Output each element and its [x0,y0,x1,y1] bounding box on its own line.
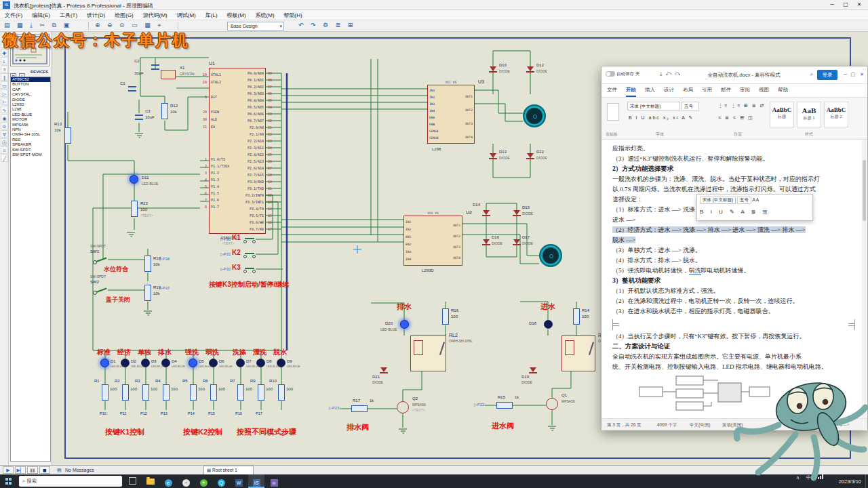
taskbar-file-explorer[interactable] [142,474,159,488]
tab-layout[interactable]: 布局 [683,87,693,94]
tab-review[interactable]: 审阅 [740,87,750,94]
taskbar-proteus-active[interactable]: IS [248,474,264,488]
mini-grow-shrink-font[interactable]: A A [752,197,759,202]
step-button[interactable]: ▶▏ [15,466,26,474]
device-item[interactable]: CAP [11,87,50,92]
menu-edit[interactable]: 编辑(E) [27,10,55,20]
menu-debug[interactable]: 调试(M) [172,10,201,20]
word-restore-button[interactable]: ▢ [850,72,855,77]
menu-graph[interactable]: 绘图(G) [110,10,138,20]
tab-help[interactable]: 帮助 [778,87,788,94]
taskbar-chrome-browser[interactable]: ◔ [178,474,194,488]
taskbar-word[interactable]: W [231,474,247,488]
component-r12[interactable] [161,103,168,119]
device-item[interactable]: SW-SPST-MOM [11,152,50,157]
word-count[interactable]: 4069 个字 [657,422,677,428]
minimize-button[interactable]: ─ [826,1,838,7]
component-sw1[interactable] [93,256,108,264]
component-r2[interactable] [122,384,129,401]
device-item[interactable]: MPSA56 [11,123,50,127]
component-k3[interactable] [243,266,256,272]
quick-access-toolbar[interactable]: ⤓↶↷ [660,70,684,77]
save-icon[interactable]: ⤓ [660,70,666,77]
component-rl2-relay[interactable] [410,336,446,371]
component-c3[interactable] [135,115,143,120]
menu-source[interactable]: 源代码(M) [138,10,172,20]
start-button[interactable] [5,478,12,485]
component-d19[interactable] [529,367,537,374]
device-item[interactable]: OMIH-SH-105L [11,132,50,137]
font-size-box[interactable]: 五号 [682,102,699,110]
paragraph-icons-row1[interactable]: ⋮≡ ⋮≡ ⊞ ≣ ⇄ [718,103,766,108]
component-sw2[interactable] [93,286,108,294]
component-d13[interactable] [489,152,497,160]
virtual-instrument-icon[interactable]: ⌑ [1,146,8,154]
device-pin-icon[interactable]: ⊢ [1,98,8,105]
component-r6[interactable] [210,384,217,401]
component-c1[interactable] [128,86,136,92]
component-d18-led[interactable] [544,320,553,329]
generator-mode-icon[interactable]: ⊙ [1,122,8,129]
menu-system[interactable]: 系统(M) [251,10,279,20]
taskbar-wechat[interactable]: ✦ [195,474,212,488]
sheet-tab[interactable]: ▤ Root sheet 1 [203,466,254,474]
component-r7[interactable] [237,384,244,401]
menu-tools[interactable]: 工具(T) [55,10,82,20]
device-item[interactable]: SW-SPDT [11,148,50,152]
device-item[interactable]: DIODE [11,98,50,102]
graph-mode-icon[interactable]: ∿ [1,106,8,113]
language-indicator[interactable]: 中文(中国) [690,422,710,428]
tab-references[interactable]: 引用 [702,87,712,94]
subcircuit-icon[interactable]: ▭ [1,81,8,89]
device-item[interactable]: AT89C52 [11,77,50,82]
component-r15[interactable] [496,402,513,409]
font-format-icons[interactable]: B I U abc x₂ x² A ✎ [629,115,694,121]
maximize-button[interactable]: ▢ [840,1,852,7]
bus-mode-icon[interactable]: ∥ [1,73,8,81]
component-d11-led[interactable] [130,175,138,184]
component-r4[interactable] [163,384,170,401]
menu-help[interactable]: 帮助(H) [279,10,307,20]
toolbar-edit-icons[interactable]: ↶ ↷ ⚙ ≣ ⊞ [298,22,355,28]
style-chip-2[interactable]: AaB标题 1 [797,102,821,127]
paragraph-icons-row2[interactable]: ≡ ≣ ≡ ☰ ◫ [718,115,754,121]
component-d22[interactable] [526,152,534,160]
component-d21[interactable] [380,367,388,374]
tab-file[interactable]: 文件 [607,87,617,94]
component-d15[interactable] [513,209,521,217]
component-d7-led[interactable] [236,359,245,367]
device-item[interactable]: MOTOR [11,117,50,122]
device-item[interactable]: L298 [11,107,50,112]
device-item[interactable]: CRYSTAL [11,92,50,97]
component-d20-led[interactable] [400,320,409,329]
component-r19[interactable] [144,285,151,301]
undo-icon[interactable]: ↶ [666,70,675,77]
word-close-button[interactable]: ✕ [860,72,864,77]
play-button[interactable]: ▶ [3,466,14,474]
component-motor-1[interactable] [523,104,546,127]
tab-design[interactable]: 设计 [664,87,674,94]
device-item[interactable]: BUTTON [11,82,50,87]
paste-button[interactable] [607,103,619,121]
menu-design[interactable]: 设计(D) [82,10,110,20]
device-item[interactable]: L293D [11,102,50,107]
2d-line-icon[interactable]: ╱ [1,155,8,162]
component-d1-led[interactable] [100,359,109,367]
component-d12[interactable] [526,66,534,73]
taskbar-edge-browser[interactable]: e [160,474,176,488]
task-view-button[interactable] [129,477,136,485]
taskbar-search-input[interactable]: ⌕ 搜索 [19,476,122,487]
mini-format-icons[interactable]: B I U ✎ A ≣ ⊞ [700,209,770,215]
component-r17[interactable] [351,405,368,412]
component-d16[interactable] [482,239,490,246]
component-r1[interactable] [102,384,108,401]
component-x1[interactable] [161,70,176,79]
wire-label-icon[interactable]: ʟ [1,57,8,64]
device-item[interactable]: NPN [11,127,50,132]
component-d5-led[interactable] [189,359,197,367]
tab-insert[interactable]: 插入 [645,87,655,94]
component-q1[interactable] [546,398,558,410]
device-item[interactable]: LED-BLUE [11,113,50,117]
component-q2[interactable] [397,401,409,413]
taskbar-vscode[interactable]: ∞ [266,474,282,488]
